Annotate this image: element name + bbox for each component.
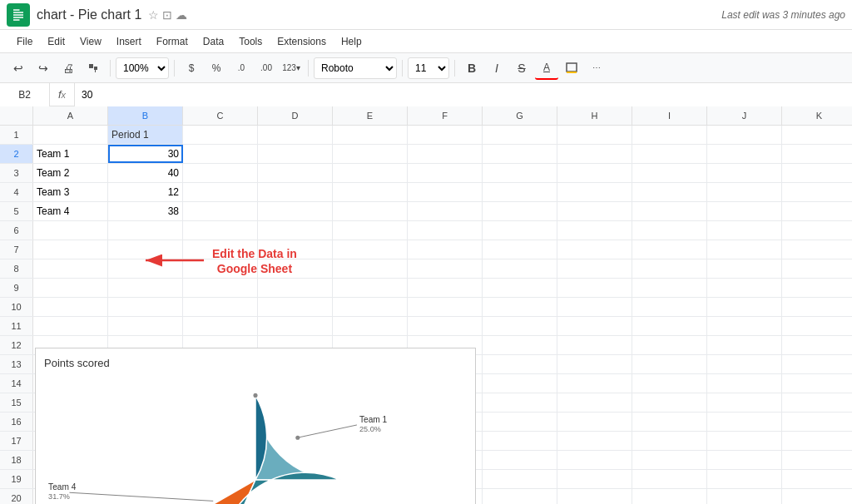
menu-file[interactable]: File <box>10 33 39 50</box>
cell-g13[interactable] <box>483 355 557 373</box>
format123-button[interactable]: 123▾ <box>280 57 303 80</box>
cell-h20[interactable] <box>557 489 632 504</box>
cell-j11[interactable] <box>707 317 782 335</box>
cell-d9[interactable] <box>258 279 333 297</box>
cell-c2[interactable] <box>183 145 258 163</box>
cell-d3[interactable] <box>258 164 333 182</box>
cell-i12[interactable] <box>632 336 707 354</box>
cell-e1[interactable] <box>333 126 408 144</box>
cell-f7[interactable] <box>408 240 483 259</box>
cell-a10[interactable] <box>33 298 108 316</box>
cell-h10[interactable] <box>557 298 632 316</box>
cell-e11[interactable] <box>333 317 408 335</box>
cell-k7[interactable] <box>782 240 852 259</box>
cell-j10[interactable] <box>707 298 782 316</box>
menu-extensions[interactable]: Extensions <box>270 33 333 50</box>
cell-i20[interactable] <box>632 489 707 504</box>
cell-e7[interactable] <box>333 240 408 259</box>
cell-g9[interactable] <box>483 279 557 297</box>
cell-e9[interactable] <box>333 279 408 297</box>
cell-h11[interactable] <box>557 317 632 335</box>
bold-button[interactable]: B <box>460 57 483 80</box>
cell-i18[interactable] <box>632 451 707 469</box>
cell-j14[interactable] <box>707 374 782 393</box>
cell-a2[interactable]: Team 1 <box>33 145 108 163</box>
cell-i17[interactable] <box>632 432 707 450</box>
cell-f5[interactable] <box>408 202 483 220</box>
cell-k10[interactable] <box>782 298 852 316</box>
cell-i1[interactable] <box>632 126 707 144</box>
cell-k5[interactable] <box>782 202 852 220</box>
undo-button[interactable]: ↩ <box>7 57 30 80</box>
cell-g6[interactable] <box>483 221 557 240</box>
cell-c1[interactable] <box>183 126 258 144</box>
fill-color-button[interactable] <box>560 57 583 80</box>
cell-a11[interactable] <box>33 317 108 335</box>
cell-c7[interactable] <box>183 240 258 259</box>
cell-h13[interactable] <box>557 355 632 373</box>
cell-b5[interactable]: 38 <box>108 202 183 220</box>
strikethrough-button[interactable]: S <box>510 57 533 80</box>
cell-c8[interactable] <box>183 259 258 278</box>
cell-k14[interactable] <box>782 374 852 393</box>
menu-view[interactable]: View <box>73 33 108 50</box>
cell-j9[interactable] <box>707 279 782 297</box>
cell-j17[interactable] <box>707 432 782 450</box>
cell-j13[interactable] <box>707 355 782 373</box>
cell-reference-input[interactable]: B2 <box>0 83 50 106</box>
cell-h5[interactable] <box>557 202 632 220</box>
cell-j20[interactable] <box>707 489 782 504</box>
cell-a5[interactable]: Team 4 <box>33 202 108 220</box>
cell-f10[interactable] <box>408 298 483 316</box>
cell-d2[interactable] <box>258 145 333 163</box>
cell-i10[interactable] <box>632 298 707 316</box>
cell-g10[interactable] <box>483 298 557 316</box>
cell-j1[interactable] <box>707 126 782 144</box>
cell-h4[interactable] <box>557 183 632 201</box>
cell-e4[interactable] <box>333 183 408 201</box>
cell-a9[interactable] <box>33 279 108 297</box>
cell-j6[interactable] <box>707 221 782 240</box>
cell-k9[interactable] <box>782 279 852 297</box>
cloud-icon[interactable]: ☁ <box>176 8 187 22</box>
cell-b6[interactable] <box>108 221 183 240</box>
star-icon[interactable]: ☆ <box>148 8 159 22</box>
cell-g18[interactable] <box>483 451 557 469</box>
menu-edit[interactable]: Edit <box>41 33 72 50</box>
cell-d10[interactable] <box>258 298 333 316</box>
cell-h3[interactable] <box>557 164 632 182</box>
cell-d5[interactable] <box>258 202 333 220</box>
cell-a4[interactable]: Team 3 <box>33 183 108 201</box>
cell-k13[interactable] <box>782 355 852 373</box>
cell-g20[interactable] <box>483 489 557 504</box>
cell-f2[interactable] <box>408 145 483 163</box>
cell-c3[interactable] <box>183 164 258 182</box>
col-header-d[interactable]: D <box>258 106 333 125</box>
italic-button[interactable]: I <box>485 57 508 80</box>
cell-a1[interactable] <box>33 126 108 144</box>
cell-k6[interactable] <box>782 221 852 240</box>
cell-h14[interactable] <box>557 374 632 393</box>
cell-j8[interactable] <box>707 259 782 278</box>
cell-e10[interactable] <box>333 298 408 316</box>
cell-k18[interactable] <box>782 451 852 469</box>
cell-j3[interactable] <box>707 164 782 182</box>
cell-j18[interactable] <box>707 451 782 469</box>
cell-e3[interactable] <box>333 164 408 182</box>
cell-j4[interactable] <box>707 183 782 201</box>
cell-b11[interactable] <box>108 317 183 335</box>
cell-j7[interactable] <box>707 240 782 259</box>
col-header-k[interactable]: K <box>782 106 852 125</box>
col-header-j[interactable]: J <box>707 106 782 125</box>
cell-k15[interactable] <box>782 393 852 412</box>
cell-i16[interactable] <box>632 413 707 431</box>
menu-data[interactable]: Data <box>196 33 230 50</box>
cell-b10[interactable] <box>108 298 183 316</box>
cell-k17[interactable] <box>782 432 852 450</box>
redo-button[interactable]: ↪ <box>32 57 55 80</box>
cell-f6[interactable] <box>408 221 483 240</box>
cell-h7[interactable] <box>557 240 632 259</box>
cell-e6[interactable] <box>333 221 408 240</box>
cell-f9[interactable] <box>408 279 483 297</box>
cell-i8[interactable] <box>632 259 707 278</box>
